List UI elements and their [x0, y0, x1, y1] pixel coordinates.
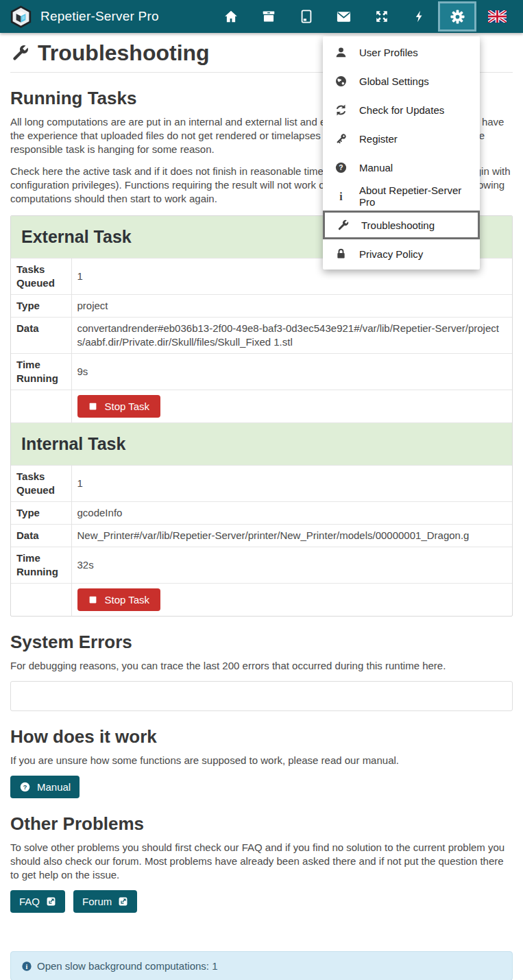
gear-icon [450, 9, 465, 25]
menu-item-troubleshooting[interactable]: Troubleshooting [323, 211, 480, 239]
svg-text:i: i [339, 191, 343, 202]
wrench-icon [336, 219, 350, 232]
menu-item-user-profiles[interactable]: User Profiles [323, 38, 480, 67]
table-row: Type project [11, 295, 512, 318]
forum-button-label: Forum [82, 896, 112, 907]
how-it-works-description: If you are unsure how some functions are… [10, 754, 513, 767]
menu-item-label: Manual [359, 162, 393, 174]
row-label: Tasks Queued [11, 259, 71, 295]
row-label: Tasks Queued [11, 466, 71, 502]
nav-language[interactable] [476, 0, 518, 33]
forum-button[interactable]: Forum [73, 890, 137, 913]
globe-icon [334, 75, 348, 88]
top-navbar: Repetier-Server Pro [0, 0, 523, 33]
refresh-icon [334, 104, 348, 117]
row-label: Time Running [11, 354, 71, 390]
menu-item-label: Troubleshooting [361, 219, 435, 231]
nav-touch-interface[interactable] [287, 0, 325, 33]
menu-item-global-settings[interactable]: Global Settings [323, 67, 480, 95]
other-problems-description: To solve other problems you should first… [10, 841, 513, 882]
row-label: Type [11, 295, 71, 318]
envelope-icon [336, 9, 352, 25]
menu-item-register[interactable]: Register [323, 124, 480, 153]
uk-flag-icon [488, 10, 507, 23]
menu-item-label: Global Settings [359, 75, 429, 87]
row-value: gcodeInfo [71, 502, 512, 525]
menu-item-label: Privacy Policy [359, 248, 423, 260]
faq-button[interactable]: FAQ [10, 890, 65, 913]
nav-quick-commands[interactable] [400, 0, 438, 33]
svg-text:?: ? [339, 163, 343, 171]
bolt-icon [413, 9, 426, 24]
external-link-icon [46, 896, 56, 907]
alert-text: Open slow background computations: 1 [37, 960, 218, 972]
nav-messages[interactable] [325, 0, 363, 33]
menu-item-manual[interactable]: ? Manual [323, 153, 480, 182]
stop-button-label: Stop Task [105, 594, 150, 606]
key-icon [334, 132, 348, 145]
home-icon [223, 9, 239, 24]
other-problems-buttons: FAQ Forum [10, 890, 513, 913]
menu-item-label: Check for Updates [359, 104, 444, 116]
stop-button-label: Stop Task [105, 401, 150, 412]
external-link-icon [118, 896, 128, 907]
menu-item-label: About Repetier-Server Pro [359, 184, 469, 208]
table-row: Stop Task [11, 390, 512, 423]
question-circle-icon: ? [19, 781, 31, 793]
menu-item-label: User Profiles [359, 47, 418, 58]
info-circle-icon: i [21, 961, 32, 972]
wrench-icon [10, 43, 30, 63]
user-icon [334, 46, 348, 59]
tablet-icon [299, 9, 314, 24]
menu-item-check-for-updates[interactable]: Check for Updates [323, 95, 480, 124]
manual-button-label: Manual [37, 781, 71, 793]
stop-icon [88, 595, 97, 604]
table-row: Type gcodeInfo [11, 502, 512, 525]
background-computations-alert: i Open slow background computations: 1 [10, 951, 513, 980]
expand-arrows-icon [374, 9, 389, 24]
how-it-works-heading: How does it work [10, 726, 513, 748]
nav-settings[interactable] [438, 1, 476, 32]
table-row: Time Running 9s [11, 354, 512, 390]
tasks-panel: External Task Tasks Queued 1 Type projec… [10, 215, 513, 617]
row-value: 1 [71, 466, 512, 502]
svg-text:?: ? [23, 784, 27, 791]
brand[interactable]: Repetier-Server Pro [10, 5, 159, 28]
row-label: Time Running [11, 547, 71, 584]
menu-item-label: Register [359, 133, 398, 145]
row-label: Data [11, 525, 71, 547]
row-label: Data [11, 318, 71, 354]
table-row: Time Running 32s [11, 547, 512, 584]
row-value: project [71, 295, 512, 318]
manual-button[interactable]: ? Manual [10, 776, 80, 798]
app-title: Repetier-Server Pro [40, 9, 159, 24]
menu-item-privacy-policy[interactable]: Privacy Policy [323, 239, 480, 268]
table-row: Data convertandrender#eb036b13-2f00-49e8… [11, 318, 512, 354]
row-label: Type [11, 502, 71, 525]
nav-print-queue[interactable] [250, 0, 287, 33]
row-value: convertandrender#eb036b13-2f00-49e8-baf3… [71, 318, 512, 354]
other-problems-heading: Other Problems [10, 813, 513, 835]
row-value: 32s [71, 547, 512, 584]
stop-internal-task-button[interactable]: Stop Task [77, 588, 161, 611]
settings-dropdown-menu: User Profiles Global Settings Check for … [323, 36, 480, 270]
navbar-icons [212, 0, 518, 33]
info-icon: i [334, 190, 348, 203]
table-row: Stop Task [11, 584, 512, 617]
faq-button-label: FAQ [19, 896, 40, 907]
table-row: Data New_Printer#/var/lib/Repetier-Serve… [11, 525, 512, 547]
stop-icon [88, 402, 97, 411]
lock-icon [334, 248, 348, 261]
nav-fullscreen[interactable] [363, 0, 400, 33]
print-queue-box-icon [261, 9, 276, 24]
page-title-text: Troubleshooting [38, 40, 210, 66]
row-value: 9s [71, 354, 512, 390]
nav-home[interactable] [212, 0, 250, 33]
internal-task-table: Tasks Queued 1 Type gcodeInfo Data New_P… [11, 465, 512, 616]
system-errors-description: For debugging reasons, you can trace the… [10, 659, 513, 673]
stop-external-task-button[interactable]: Stop Task [77, 395, 161, 418]
repetier-logo-icon [10, 5, 32, 28]
system-errors-heading: System Errors [10, 632, 513, 653]
menu-item-about[interactable]: i About Repetier-Server Pro [323, 182, 480, 211]
table-row: Tasks Queued 1 [11, 466, 512, 502]
